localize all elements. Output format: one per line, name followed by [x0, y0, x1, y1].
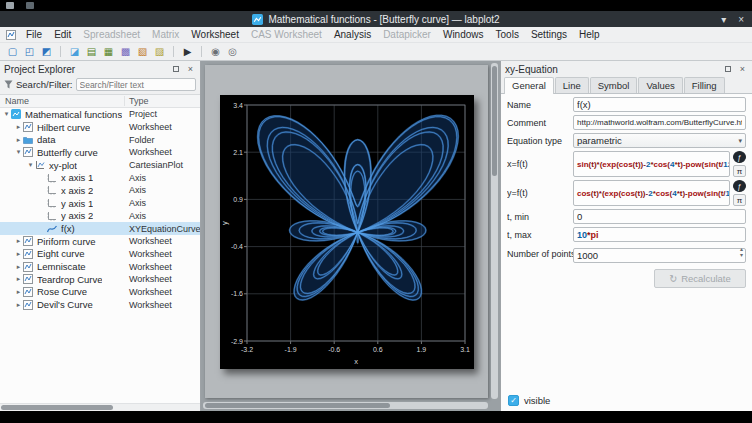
magnet-snap-icon[interactable]: ◉: [208, 45, 223, 59]
new-worksheet-icon[interactable]: ▧: [135, 45, 150, 59]
tree-row-devil-s-curve[interactable]: ▸Devil's CurveWorksheet: [0, 298, 200, 311]
menu-file[interactable]: File: [20, 29, 48, 40]
menu-settings[interactable]: Settings: [525, 29, 573, 40]
menu-analysis[interactable]: Analysis: [328, 29, 377, 40]
minimize-button[interactable]: ▾: [721, 14, 726, 25]
column-header-type[interactable]: Type: [125, 96, 200, 106]
tree-row-x-axis-2[interactable]: x axis 2Axis: [0, 184, 200, 197]
menu-help[interactable]: Help: [573, 29, 606, 40]
worksheet-horizontal-scrollbar[interactable]: [203, 402, 488, 409]
menu-tools[interactable]: Tools: [490, 29, 525, 40]
tmax-input[interactable]: 10*pi: [573, 227, 746, 242]
insert-constant-button[interactable]: π: [733, 165, 746, 177]
new-spreadsheet-icon[interactable]: ▦: [101, 45, 116, 59]
tray-icon-2[interactable]: [26, 2, 34, 9]
axis-icon: [47, 173, 58, 183]
expander-icon[interactable]: ▾: [26, 161, 35, 169]
tree-row-piriform-curve[interactable]: ▸Piriform curveWorksheet: [0, 235, 200, 248]
name-label: Name: [507, 100, 573, 110]
butterfly-curve-plot: -3.2-1.9-0.60.61.93.13.42.10.9-0.4-1.6-2…: [220, 95, 474, 369]
tray-icon-1[interactable]: [6, 2, 14, 9]
close-panel-button[interactable]: ×: [185, 64, 196, 75]
tab-symbol[interactable]: Symbol: [590, 77, 638, 93]
tree-row-y-axis-1[interactable]: y axis 1Axis: [0, 197, 200, 210]
y-equation-input[interactable]: cos(t)*(exp(cos(t))-2*cos(4*t)-pow(sin(t…: [573, 180, 730, 206]
zoom-icon[interactable]: ◎: [225, 45, 240, 59]
tree-row-teardrop-curve[interactable]: ▸Teardrop CurveWorksheet: [0, 273, 200, 286]
save-project-icon[interactable]: ◩: [39, 45, 54, 59]
expander-icon[interactable]: ▾: [14, 148, 23, 156]
float-properties-button[interactable]: [722, 64, 733, 75]
svg-text:1.9: 1.9: [416, 346, 426, 353]
worksheet-vertical-scrollbar[interactable]: [491, 63, 498, 399]
tmax-label: t, max: [507, 230, 573, 240]
expander-icon[interactable]: ▸: [14, 237, 23, 245]
float-panel-button[interactable]: [170, 64, 181, 75]
column-header-name[interactable]: Name: [0, 96, 125, 106]
search-input[interactable]: [76, 78, 197, 91]
tree-row-mathematical-functions[interactable]: ▾Mathematical functionsProject: [0, 108, 200, 121]
menu-worksheet[interactable]: Worksheet: [185, 29, 245, 40]
insert-function-button[interactable]: ƒ: [733, 151, 746, 163]
tree-row-x-axis-1[interactable]: x axis 1Axis: [0, 171, 200, 184]
expander-icon[interactable]: ▾: [2, 110, 11, 118]
new-project-icon[interactable]: ▢: [5, 45, 20, 59]
tree-row-eight-curve[interactable]: ▸Eight curveWorksheet: [0, 248, 200, 261]
explorer-horizontal-scrollbar[interactable]: [0, 403, 200, 411]
tree-row-f-x[interactable]: f(x)XYEquationCurve: [0, 222, 200, 235]
equation-type-select[interactable]: parametric ▾: [573, 133, 746, 148]
new-matrix-icon[interactable]: ▩: [118, 45, 133, 59]
tree-row-data[interactable]: ▸dataFolder: [0, 133, 200, 146]
expander-icon[interactable]: ▸: [14, 250, 23, 258]
scrollbar-thumb[interactable]: [1, 405, 113, 410]
new-folder-icon[interactable]: ◪: [67, 45, 82, 59]
x-equation-input[interactable]: sin(t)*(exp(cos(t))-2*cos(4*t)-pow(sin(t…: [573, 151, 730, 177]
points-input[interactable]: [573, 248, 746, 263]
worksheet-canvas[interactable]: -3.2-1.9-0.60.61.93.13.42.10.9-0.4-1.6-2…: [205, 65, 488, 398]
tab-line[interactable]: Line: [555, 77, 589, 93]
name-input[interactable]: [573, 97, 746, 112]
insert-constant-button[interactable]: π: [733, 194, 746, 206]
tree-row-y-axis-2[interactable]: y axis 2Axis: [0, 210, 200, 223]
titlebar[interactable]: Mathematical functions - [Butterfly curv…: [0, 11, 752, 27]
tree-row-hilbert-curve[interactable]: ▸Hilbert curveWorksheet: [0, 121, 200, 134]
menu-windows[interactable]: Windows: [437, 29, 490, 40]
tab-filling[interactable]: Filling: [684, 77, 725, 93]
tree-item-name: Mathematical functions: [25, 109, 122, 120]
new-workbook-icon[interactable]: ▤: [84, 45, 99, 59]
expander-icon[interactable]: ▸: [14, 123, 23, 131]
tree-row-lemniscate[interactable]: ▸LemniscateWorksheet: [0, 260, 200, 273]
tree-row-butterfly-curve[interactable]: ▾Butterfly curveWorksheet: [0, 146, 200, 159]
close-properties-button[interactable]: ×: [737, 64, 748, 75]
menu-cas-worksheet: CAS Worksheet: [245, 29, 328, 40]
expander-icon[interactable]: ▸: [14, 288, 23, 296]
expander-icon[interactable]: ▸: [14, 301, 23, 309]
tmin-input[interactable]: [573, 209, 746, 224]
close-button[interactable]: ×: [738, 14, 744, 25]
comment-input[interactable]: [573, 115, 746, 130]
tree-item-type: XYEquationCurve: [125, 224, 200, 234]
xy-plot-area[interactable]: -3.2-1.9-0.60.61.93.13.42.10.9-0.4-1.6-2…: [220, 95, 474, 369]
tree-row-rose-curve[interactable]: ▸Rose CurveWorksheet: [0, 286, 200, 299]
recalculate-button[interactable]: ↻ Recalculate: [654, 269, 746, 288]
tree-row-xy-plot[interactable]: ▾xy-plotCartesianPlot: [0, 159, 200, 172]
window-menu-icon[interactable]: [6, 30, 16, 40]
scrollbar-thumb[interactable]: [205, 403, 390, 408]
tab-values[interactable]: Values: [638, 77, 682, 93]
expander-icon[interactable]: ▸: [14, 275, 23, 283]
svg-text:-1.6: -1.6: [230, 290, 242, 297]
scrollbar-thumb[interactable]: [492, 66, 497, 176]
tree-item-name: Rose Curve: [37, 286, 87, 297]
expander-icon[interactable]: ▸: [14, 263, 23, 271]
menu-edit[interactable]: Edit: [48, 29, 77, 40]
visible-checkbox[interactable]: ✓: [508, 395, 519, 406]
search-filter-label: Search/Filter:: [16, 79, 73, 90]
tree-item-name: Piriform curve: [37, 236, 96, 247]
new-note-icon[interactable]: ▨: [152, 45, 167, 59]
run-worksheet-icon[interactable]: ▶: [180, 45, 195, 59]
expander-icon[interactable]: ▸: [14, 136, 23, 144]
open-project-icon[interactable]: ◰: [22, 45, 37, 59]
spinner-arrows-icon[interactable]: ▴▾: [740, 246, 743, 258]
tab-general[interactable]: General: [504, 77, 554, 94]
insert-function-button[interactable]: ƒ: [733, 180, 746, 192]
